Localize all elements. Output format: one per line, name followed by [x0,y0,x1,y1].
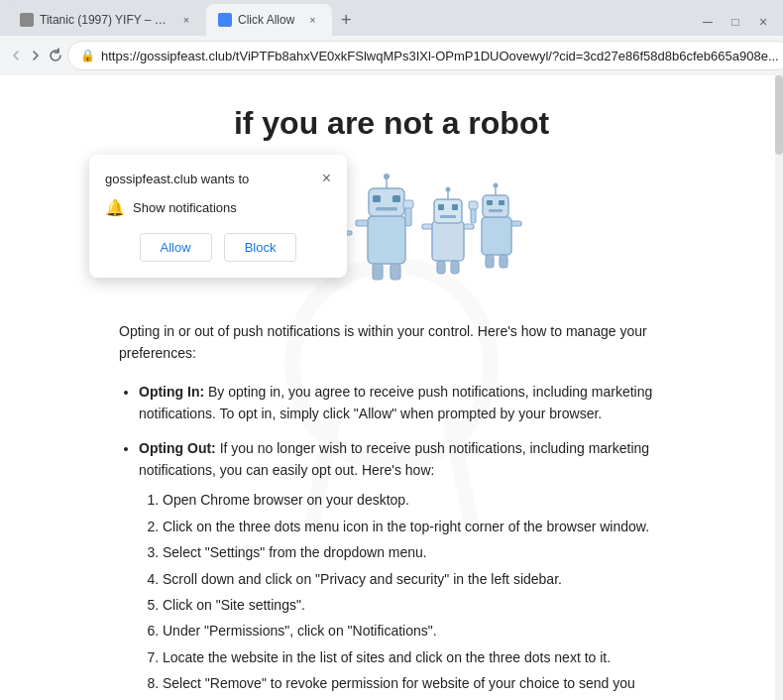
svg-rect-36 [403,200,413,208]
svg-rect-40 [434,199,462,223]
step-3: Select "Settings" from the dropdown menu… [163,541,664,563]
page-content: gossipfeast.club wants to × 🔔 Show notif… [0,75,783,700]
lock-icon: 🔒 [80,49,95,62]
bell-icon: 🔔 [105,198,125,217]
block-button[interactable]: Block [224,233,297,262]
svg-rect-48 [437,261,445,274]
svg-rect-60 [486,255,494,268]
step-8: Select "Remove" to revoke permission for… [163,672,664,694]
bullet-item-2: Opting Out: If you no longer wish to rec… [139,437,664,695]
tab-close-2[interactable]: × [304,12,320,28]
tab-inactive[interactable]: Titanic (1997) YIFY – Downloadi × [8,4,206,36]
opting-out-text: If you no longer wish to receive push no… [139,440,649,478]
svg-rect-43 [438,204,444,210]
svg-rect-58 [469,201,478,209]
svg-rect-46 [422,224,432,229]
opting-in-term: Opting In: [139,384,204,400]
svg-point-53 [494,183,499,188]
svg-rect-32 [392,195,400,202]
svg-rect-55 [499,200,504,205]
minimize-button[interactable]: ─ [696,12,720,32]
allow-button[interactable]: Allow [140,233,212,262]
popup-notification-row: 🔔 Show notifications [105,198,331,217]
svg-rect-37 [373,264,383,280]
browser-frame: Titanic (1997) YIFY – Downloadi × Click … [0,0,783,700]
svg-rect-35 [405,206,411,226]
svg-rect-45 [440,215,456,218]
popup-header: gossipfeast.club wants to × [105,171,331,186]
popup-title: gossipfeast.club wants to [105,172,249,186]
refresh-button[interactable] [48,42,63,69]
svg-rect-33 [376,207,397,211]
svg-rect-39 [432,221,464,261]
step-5: Click on "Site settings". [163,594,664,616]
new-tab-button[interactable]: + [332,6,360,34]
opting-in-text: By opting in, you agree to receive push … [139,384,652,421]
svg-rect-61 [500,255,507,268]
svg-point-42 [446,187,451,192]
svg-rect-28 [369,188,404,216]
svg-rect-47 [464,224,474,229]
svg-rect-27 [368,216,405,264]
svg-rect-51 [483,195,508,217]
svg-rect-56 [489,209,503,212]
close-window-button[interactable]: × [751,12,775,32]
toolbar: 🔒 https://gossipfeast.club/tViPTFb8ahxVE… [0,36,783,75]
svg-rect-54 [487,200,493,205]
tab-favicon-1 [20,13,34,27]
svg-rect-49 [451,261,459,274]
popup-buttons: Allow Block [105,233,331,262]
bullet-list: Opting In: By opting in, you agree to re… [119,381,664,695]
bullet-item-1: Opting In: By opting in, you agree to re… [139,381,664,425]
address-bar[interactable]: 🔒 https://gossipfeast.club/tViPTFb8ahxVE… [67,41,783,70]
svg-point-30 [384,174,390,179]
svg-rect-38 [391,264,400,280]
svg-rect-50 [482,217,511,255]
step-7: Locate the website in the list of sites … [163,646,664,668]
svg-rect-44 [452,204,458,210]
address-text: https://gossipfeast.club/tViPTFb8ahxVE0x… [101,49,779,63]
tab-title-1: Titanic (1997) YIFY – Downloadi [40,13,168,27]
popup-notification-label: Show notifications [133,200,237,215]
step-1: Open Chrome browser on your desktop. [163,489,664,511]
forward-button[interactable] [28,42,44,69]
scrollbar-thumb[interactable] [775,75,783,155]
svg-rect-31 [373,195,381,202]
scrollbar-track[interactable] [775,75,783,700]
tab-favicon-2 [218,13,232,27]
tab-close-1[interactable]: × [178,12,194,28]
numbered-steps: Open Chrome browser on your desktop. Cli… [139,489,664,694]
maximize-button[interactable]: □ [724,12,747,32]
tab-title-2: Click Allow [238,13,294,27]
svg-rect-59 [511,221,521,226]
page-intro-text: Opting in or out of push notifications i… [119,320,664,365]
step-4: Scroll down and click on "Privacy and se… [163,568,664,590]
notification-popup: gossipfeast.club wants to × 🔔 Show notif… [89,155,347,278]
tab-active[interactable]: Click Allow × [206,4,332,36]
popup-close-icon[interactable]: × [322,171,331,186]
hero-text: if you are not a robot [119,105,664,142]
tab-bar: Titanic (1997) YIFY – Downloadi × Click … [0,0,783,36]
step-2: Click on the three dots menu icon in the… [163,516,664,537]
opting-out-term: Opting Out: [139,440,216,456]
back-button[interactable] [8,42,24,69]
svg-rect-34 [356,220,368,226]
step-6: Under "Permissions", click on "Notificat… [163,620,664,642]
